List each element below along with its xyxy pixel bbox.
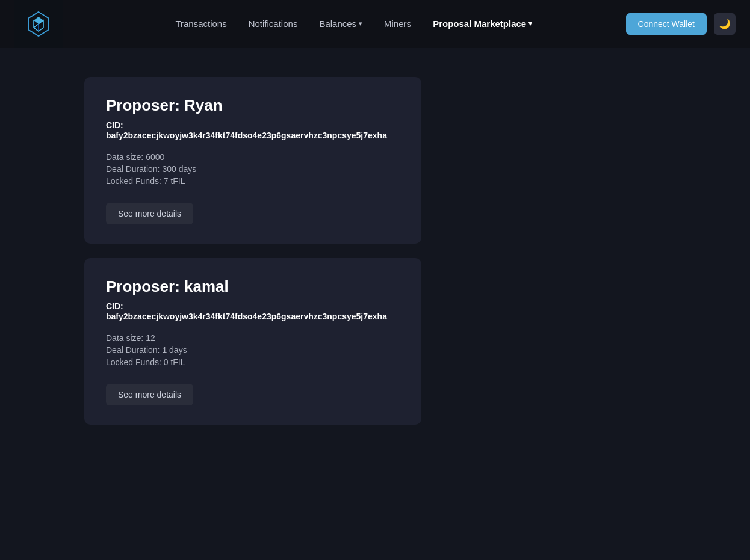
cid-section-ryan: CID: bafy2bzacecjkwoyjw3k4r34fkt74fdso4e… bbox=[106, 120, 400, 140]
nav-right: Connect Wallet 🌙 bbox=[626, 13, 736, 35]
cid-value-kamal: bafy2bzacecjkwoyjw3k4r34fkt74fdso4e23p6g… bbox=[106, 312, 400, 321]
nav-links: Transactions Notifications Balances ▾ Mi… bbox=[82, 19, 626, 29]
data-size-ryan: Data size: 6000 bbox=[106, 152, 400, 162]
navbar: Transactions Notifications Balances ▾ Mi… bbox=[0, 0, 750, 48]
cid-label-kamal: CID: bbox=[106, 301, 123, 311]
cid-section-kamal: CID: bafy2bzacecjkwoyjw3k4r34fkt74fdso4e… bbox=[106, 301, 400, 321]
see-more-button-kamal[interactable]: See more details bbox=[106, 384, 193, 405]
locked-funds-ryan: Locked Funds: 7 tFIL bbox=[106, 176, 400, 186]
proposal-chevron-icon: ▾ bbox=[528, 20, 532, 28]
deal-duration-ryan: Deal Duration: 300 days bbox=[106, 164, 400, 174]
proposal-card-ryan: Proposer: Ryan CID: bafy2bzacecjkwoyjw3k… bbox=[84, 77, 421, 244]
main-content: Proposer: Ryan CID: bafy2bzacecjkwoyjw3k… bbox=[0, 48, 421, 454]
see-more-button-ryan[interactable]: See more details bbox=[106, 203, 193, 224]
card-details-kamal: Data size: 12 Deal Duration: 1 days Lock… bbox=[106, 333, 400, 367]
nav-transactions[interactable]: Transactions bbox=[175, 19, 226, 29]
locked-funds-kamal: Locked Funds: 0 tFIL bbox=[106, 357, 400, 367]
nav-notifications[interactable]: Notifications bbox=[249, 19, 298, 29]
card-details-ryan: Data size: 6000 Deal Duration: 300 days … bbox=[106, 152, 400, 186]
logo[interactable] bbox=[14, 0, 63, 48]
deal-duration-kamal: Deal Duration: 1 days bbox=[106, 345, 400, 355]
moon-icon: 🌙 bbox=[719, 18, 731, 29]
balances-chevron-icon: ▾ bbox=[359, 20, 362, 28]
nav-balances[interactable]: Balances ▾ bbox=[319, 19, 362, 29]
proposer-title-kamal: Proposer: kamal bbox=[106, 277, 400, 296]
connect-wallet-button[interactable]: Connect Wallet bbox=[626, 13, 707, 35]
nav-miners[interactable]: Miners bbox=[384, 19, 411, 29]
proposer-title-ryan: Proposer: Ryan bbox=[106, 96, 400, 115]
proposal-card-kamal: Proposer: kamal CID: bafy2bzacecjkwoyjw3… bbox=[84, 258, 421, 425]
nav-proposal-marketplace[interactable]: Proposal Marketplace ▾ bbox=[433, 19, 532, 29]
cid-value-ryan: bafy2bzacecjkwoyjw3k4r34fkt74fdso4e23p6g… bbox=[106, 131, 400, 140]
theme-toggle-button[interactable]: 🌙 bbox=[714, 13, 736, 35]
cid-label-ryan: CID: bbox=[106, 120, 123, 130]
data-size-kamal: Data size: 12 bbox=[106, 333, 400, 343]
